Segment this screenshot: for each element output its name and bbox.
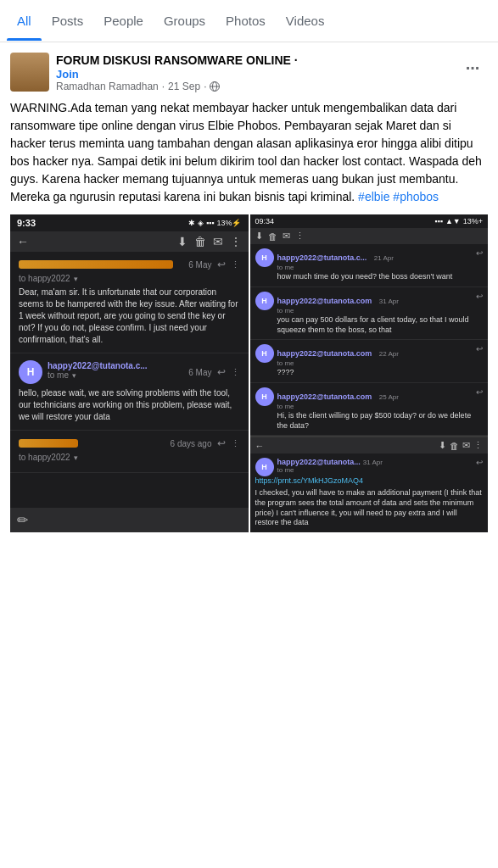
tab-groups[interactable]: Groups xyxy=(154,2,215,40)
tab-posts[interactable]: Posts xyxy=(42,2,94,40)
left-status-bar: 9:33 ✱ ◈ ▪▪▪ 13%⚡ xyxy=(10,214,249,231)
chat-to-2: to me xyxy=(277,307,473,314)
download-icon-b[interactable]: ⬇ xyxy=(439,440,446,451)
chat-reply-3[interactable]: ↩ xyxy=(476,344,483,353)
chat-date-3: 22 Apr xyxy=(379,350,399,358)
email-to-label-3: to happy2022 xyxy=(19,453,70,462)
chevron-icon[interactable]: ▾ xyxy=(74,275,78,283)
email-to-label-2: to me xyxy=(48,370,69,380)
sender-blurred-bar-3 xyxy=(19,439,78,448)
chat-reply-2[interactable]: ↩ xyxy=(476,292,483,301)
post-author: Ramadhan Ramadhan xyxy=(56,81,159,92)
more-button[interactable]: ··· xyxy=(457,53,488,83)
post-body: WARNING.Ada teman yang nekat membayar ha… xyxy=(10,99,488,206)
tab-bar: All Posts People Groups Photos Videos xyxy=(0,0,498,42)
email-body-2: hello, please wait, we are solving probl… xyxy=(19,387,240,423)
chevron-icon-2[interactable]: ▾ xyxy=(72,371,76,380)
right-signal-icon: ▪▪▪ xyxy=(434,217,443,225)
email-header-2: H happy2022@tutanota.c... to me ▾ 6 May … xyxy=(19,360,240,384)
trash-icon-b[interactable]: 🗑 xyxy=(450,441,459,451)
bottom-chat-sender: happy2022@tutanota... xyxy=(277,458,361,466)
compose-icon[interactable]: ✏ xyxy=(17,512,28,528)
download-icon[interactable]: ⬇ xyxy=(177,235,187,248)
right-time: 09:34 xyxy=(255,217,275,225)
chat-content-4: happy2022@tutanota.com 25 Apr to me Hi, … xyxy=(277,387,473,431)
chat-sender-4: happy2022@tutanota.com xyxy=(277,392,372,401)
happy-avatar: H xyxy=(19,360,42,384)
chat-header-4: happy2022@tutanota.com 25 Apr xyxy=(277,387,473,403)
dots-icon[interactable]: ⋮ xyxy=(230,235,242,248)
bottom-chat-link[interactable]: https://prnt.sc/YMkHJGzoMAQ4 xyxy=(255,476,484,485)
post-group-name[interactable]: FORUM DISKUSI RANSOMWARE ONLINE · xyxy=(56,53,457,68)
post-time: Ramadhan Ramadhan · 21 Sep · xyxy=(56,81,457,92)
back-icon[interactable]: ← xyxy=(17,235,29,248)
right-trash-icon[interactable]: 🗑 xyxy=(268,231,277,242)
dot-sep: · xyxy=(162,81,165,92)
email-body-1: Dear, ma'am sir. It is unfortunate that … xyxy=(19,287,240,346)
right-battery-icon: 13%+ xyxy=(463,217,483,225)
left-status-icons: ✱ ◈ ▪▪▪ 13%⚡ xyxy=(188,219,242,227)
menu-icon-1[interactable]: ⋮ xyxy=(231,259,240,270)
left-toolbar: ← ⬇ 🗑 ✉ ⋮ xyxy=(10,231,249,252)
email-header-3: 6 days ago ↩ ⋮ xyxy=(19,437,240,449)
dots-icon-b[interactable]: ⋮ xyxy=(473,440,483,451)
email-to-2: to me ▾ xyxy=(48,370,183,380)
right-status-bar: 09:34 ▪▪▪ ▲▼ 13%+ xyxy=(250,214,489,228)
right-status-icons: ▪▪▪ ▲▼ 13%+ xyxy=(434,217,483,225)
email-date-3: 6 days ago xyxy=(171,439,212,448)
chat-row-3: H happy2022@tutanota.com 22 Apr to me ??… xyxy=(250,340,489,383)
tab-videos[interactable]: Videos xyxy=(276,2,335,40)
battery-icon: 13%⚡ xyxy=(216,219,241,227)
chat-text-3: ???? xyxy=(277,368,473,378)
mail-icon[interactable]: ✉ xyxy=(213,235,223,248)
right-mail-icon[interactable]: ✉ xyxy=(283,231,290,242)
bluetooth-icon: ✱ xyxy=(188,219,195,227)
back-icon-bottom[interactable]: ← xyxy=(255,441,265,451)
chat-reply-4[interactable]: ↩ xyxy=(476,387,483,397)
reply-icon-1[interactable]: ↩ xyxy=(217,259,226,270)
chat-date-1: 21 Apr xyxy=(374,254,394,262)
post-meta: FORUM DISKUSI RANSOMWARE ONLINE · Join R… xyxy=(56,53,457,92)
right-dots-icon[interactable]: ⋮ xyxy=(295,231,305,242)
post-hashtags[interactable]: #elbie #phobos xyxy=(358,190,439,203)
chat-avatar-2: H xyxy=(255,292,274,310)
bottom-chat-meta: happy2022@tutanota... 31 Apr to me xyxy=(277,458,473,474)
email-item-3: 6 days ago ↩ ⋮ to happy2022 ▾ xyxy=(10,431,249,473)
reply-icon-2[interactable]: ↩ xyxy=(217,366,226,378)
chat-header-3: happy2022@tutanota.com 22 Apr xyxy=(277,344,473,359)
chat-row-1: H happy2022@tutanota.c... 21 Apr to me h… xyxy=(250,244,489,287)
chat-text-4: Hi, is the client willing to pay $500 to… xyxy=(277,411,473,431)
chat-header-1: happy2022@tutanota.c... 21 Apr xyxy=(277,248,473,264)
right-download-icon[interactable]: ⬇ xyxy=(255,231,263,242)
bottom-chat-text: I checked, you will have to make an addi… xyxy=(255,488,484,528)
chat-row-4: H happy2022@tutanota.com 25 Apr to me Hi… xyxy=(250,383,489,436)
email-date-1: 6 May xyxy=(188,260,211,270)
left-time: 9:33 xyxy=(17,218,36,228)
post-text: WARNING.Ada teman yang nekat membayar ha… xyxy=(10,101,482,203)
chat-sender-3: happy2022@tutanota.com xyxy=(277,349,372,358)
bottom-chat-date: 31 Apr xyxy=(363,459,383,466)
menu-icon-2[interactable]: ⋮ xyxy=(231,367,240,378)
chat-header-2: happy2022@tutanota.com 31 Apr xyxy=(277,292,473,307)
email-sender-name-2: happy2022@tutanota.c... xyxy=(48,361,183,370)
dot-sep2: · xyxy=(204,81,206,92)
menu-icon-3[interactable]: ⋮ xyxy=(231,438,240,449)
tab-people[interactable]: People xyxy=(93,2,154,40)
email-header-1: 6 May ↩ ⋮ xyxy=(19,259,240,270)
mail-icon-b[interactable]: ✉ xyxy=(462,440,470,451)
wifi-icon: ◈ xyxy=(198,219,204,227)
reply-icon-3[interactable]: ↩ xyxy=(217,437,226,449)
chevron-icon-3[interactable]: ▾ xyxy=(74,453,78,462)
tab-photos[interactable]: Photos xyxy=(215,2,276,40)
left-screenshot: 9:33 ✱ ◈ ▪▪▪ 13%⚡ ← ⬇ 🗑 ✉ ⋮ xyxy=(10,214,249,532)
email-to-3: to happy2022 ▾ xyxy=(19,453,240,462)
trash-icon[interactable]: 🗑 xyxy=(194,235,206,248)
chat-date-2: 31 Apr xyxy=(379,298,399,305)
chat-row-2: H happy2022@tutanota.com 31 Apr to me yo… xyxy=(250,287,489,340)
tab-all[interactable]: All xyxy=(7,2,42,40)
bottom-chat-reply[interactable]: ↩ xyxy=(476,458,483,467)
chat-reply-1[interactable]: ↩ xyxy=(476,248,483,258)
post-container: FORUM DISKUSI RANSOMWARE ONLINE · Join R… xyxy=(0,42,498,532)
join-button[interactable]: Join xyxy=(56,68,457,81)
signal-icon: ▪▪▪ xyxy=(206,219,215,227)
